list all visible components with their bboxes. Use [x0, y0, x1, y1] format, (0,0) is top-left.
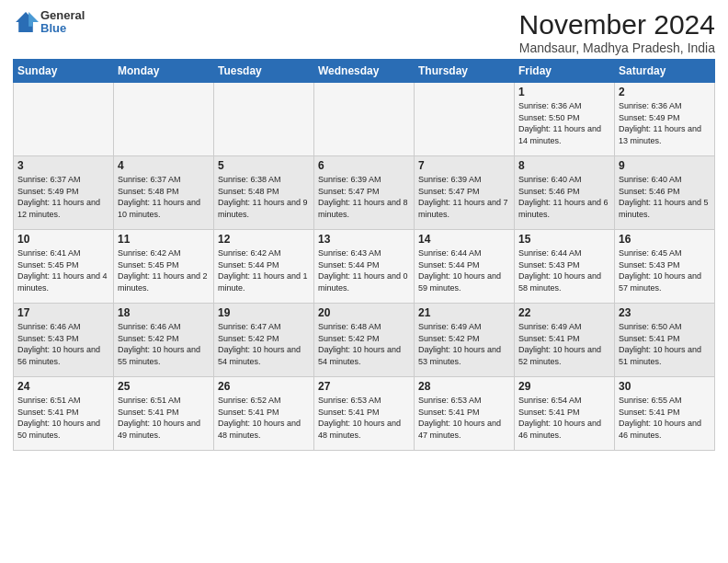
logo-blue-text: Blue: [40, 22, 85, 35]
header: General Blue November 2024 Mandsaur, Mad…: [13, 9, 715, 55]
day-cell: 4Sunrise: 6:37 AM Sunset: 5:48 PM Daylig…: [114, 156, 214, 230]
day-number: 5: [218, 159, 310, 172]
day-cell: 19Sunrise: 6:47 AM Sunset: 5:42 PM Dayli…: [214, 304, 314, 377]
day-cell: 29Sunrise: 6:54 AM Sunset: 5:41 PM Dayli…: [515, 377, 615, 451]
day-cell: 14Sunrise: 6:44 AM Sunset: 5:44 PM Dayli…: [415, 230, 515, 304]
day-number: 14: [418, 233, 510, 246]
day-number: 30: [619, 380, 711, 393]
day-cell: [314, 83, 415, 156]
day-info: Sunrise: 6:50 AM Sunset: 5:41 PM Dayligh…: [619, 321, 711, 367]
calendar-header: Sunday Monday Tuesday Wednesday Thursday…: [14, 60, 715, 83]
calendar-table: Sunday Monday Tuesday Wednesday Thursday…: [13, 59, 715, 451]
col-tuesday: Tuesday: [214, 60, 314, 83]
day-info: Sunrise: 6:40 AM Sunset: 5:46 PM Dayligh…: [619, 174, 711, 220]
day-cell: 28Sunrise: 6:53 AM Sunset: 5:41 PM Dayli…: [415, 377, 515, 451]
day-number: 16: [619, 233, 711, 246]
day-number: 11: [118, 233, 210, 246]
col-saturday: Saturday: [615, 60, 715, 83]
day-info: Sunrise: 6:51 AM Sunset: 5:41 PM Dayligh…: [17, 395, 109, 441]
title-section: November 2024 Mandsaur, Madhya Pradesh, …: [519, 9, 715, 55]
logo-text: General Blue: [40, 9, 85, 36]
day-number: 25: [118, 380, 210, 393]
day-cell: 25Sunrise: 6:51 AM Sunset: 5:41 PM Dayli…: [114, 377, 214, 451]
day-number: 12: [218, 233, 310, 246]
day-number: 18: [118, 306, 210, 319]
day-number: 21: [418, 306, 510, 319]
day-info: Sunrise: 6:45 AM Sunset: 5:43 PM Dayligh…: [619, 247, 711, 293]
day-cell: 21Sunrise: 6:49 AM Sunset: 5:42 PM Dayli…: [415, 304, 515, 377]
day-info: Sunrise: 6:55 AM Sunset: 5:41 PM Dayligh…: [619, 395, 711, 441]
day-number: 22: [518, 306, 610, 319]
day-cell: 9Sunrise: 6:40 AM Sunset: 5:46 PM Daylig…: [615, 156, 715, 230]
day-number: 4: [118, 159, 210, 172]
day-cell: 1Sunrise: 6:36 AM Sunset: 5:50 PM Daylig…: [515, 83, 615, 156]
day-number: 3: [17, 159, 109, 172]
day-info: Sunrise: 6:53 AM Sunset: 5:41 PM Dayligh…: [318, 395, 410, 441]
day-cell: 12Sunrise: 6:42 AM Sunset: 5:44 PM Dayli…: [214, 230, 314, 304]
day-info: Sunrise: 6:46 AM Sunset: 5:42 PM Dayligh…: [118, 321, 210, 367]
week-row-3: 10Sunrise: 6:41 AM Sunset: 5:45 PM Dayli…: [14, 230, 715, 304]
day-cell: [114, 83, 214, 156]
logo-general-text: General: [40, 9, 85, 22]
day-cell: 16Sunrise: 6:45 AM Sunset: 5:43 PM Dayli…: [615, 230, 715, 304]
day-cell: 30Sunrise: 6:55 AM Sunset: 5:41 PM Dayli…: [615, 377, 715, 451]
day-info: Sunrise: 6:54 AM Sunset: 5:41 PM Dayligh…: [518, 395, 610, 441]
day-info: Sunrise: 6:52 AM Sunset: 5:41 PM Dayligh…: [218, 395, 310, 441]
day-number: 24: [17, 380, 109, 393]
day-number: 2: [619, 86, 711, 98]
day-number: 27: [318, 380, 410, 393]
week-row-4: 17Sunrise: 6:46 AM Sunset: 5:43 PM Dayli…: [14, 304, 715, 377]
day-number: 15: [518, 233, 610, 246]
day-info: Sunrise: 6:49 AM Sunset: 5:41 PM Dayligh…: [518, 321, 610, 367]
day-cell: 8Sunrise: 6:40 AM Sunset: 5:46 PM Daylig…: [515, 156, 615, 230]
day-info: Sunrise: 6:39 AM Sunset: 5:47 PM Dayligh…: [418, 174, 510, 220]
day-number: 1: [518, 86, 610, 98]
day-cell: 6Sunrise: 6:39 AM Sunset: 5:47 PM Daylig…: [314, 156, 415, 230]
day-cell: 27Sunrise: 6:53 AM Sunset: 5:41 PM Dayli…: [314, 377, 415, 451]
col-thursday: Thursday: [415, 60, 515, 83]
day-number: 13: [318, 233, 410, 246]
day-info: Sunrise: 6:51 AM Sunset: 5:41 PM Dayligh…: [118, 395, 210, 441]
header-row: Sunday Monday Tuesday Wednesday Thursday…: [14, 60, 715, 83]
day-cell: 22Sunrise: 6:49 AM Sunset: 5:41 PM Dayli…: [515, 304, 615, 377]
day-info: Sunrise: 6:49 AM Sunset: 5:42 PM Dayligh…: [418, 321, 510, 367]
month-title: November 2024: [519, 9, 715, 40]
day-info: Sunrise: 6:39 AM Sunset: 5:47 PM Dayligh…: [318, 174, 410, 220]
day-number: 26: [218, 380, 310, 393]
day-info: Sunrise: 6:44 AM Sunset: 5:44 PM Dayligh…: [418, 247, 510, 293]
col-monday: Monday: [114, 60, 214, 83]
day-number: 29: [518, 380, 610, 393]
day-cell: 7Sunrise: 6:39 AM Sunset: 5:47 PM Daylig…: [415, 156, 515, 230]
week-row-5: 24Sunrise: 6:51 AM Sunset: 5:41 PM Dayli…: [14, 377, 715, 451]
day-info: Sunrise: 6:38 AM Sunset: 5:48 PM Dayligh…: [218, 174, 310, 220]
col-sunday: Sunday: [14, 60, 114, 83]
day-number: 7: [418, 159, 510, 172]
day-info: Sunrise: 6:40 AM Sunset: 5:46 PM Dayligh…: [518, 174, 610, 220]
day-number: 8: [518, 159, 610, 172]
day-info: Sunrise: 6:42 AM Sunset: 5:44 PM Dayligh…: [218, 247, 310, 293]
day-cell: 5Sunrise: 6:38 AM Sunset: 5:48 PM Daylig…: [214, 156, 314, 230]
logo-icon: [13, 9, 39, 35]
day-cell: 3Sunrise: 6:37 AM Sunset: 5:49 PM Daylig…: [14, 156, 114, 230]
day-info: Sunrise: 6:44 AM Sunset: 5:43 PM Dayligh…: [518, 247, 610, 293]
day-info: Sunrise: 6:53 AM Sunset: 5:41 PM Dayligh…: [418, 395, 510, 441]
day-cell: 20Sunrise: 6:48 AM Sunset: 5:42 PM Dayli…: [314, 304, 415, 377]
col-wednesday: Wednesday: [314, 60, 415, 83]
day-info: Sunrise: 6:42 AM Sunset: 5:45 PM Dayligh…: [118, 247, 210, 293]
day-number: 17: [17, 306, 109, 319]
day-cell: [14, 83, 114, 156]
logo: General Blue: [13, 9, 85, 36]
day-info: Sunrise: 6:43 AM Sunset: 5:44 PM Dayligh…: [318, 247, 410, 293]
day-cell: 23Sunrise: 6:50 AM Sunset: 5:41 PM Dayli…: [615, 304, 715, 377]
day-info: Sunrise: 6:36 AM Sunset: 5:50 PM Dayligh…: [518, 100, 610, 146]
day-cell: 13Sunrise: 6:43 AM Sunset: 5:44 PM Dayli…: [314, 230, 415, 304]
day-cell: [214, 83, 314, 156]
day-number: 10: [17, 233, 109, 246]
week-row-2: 3Sunrise: 6:37 AM Sunset: 5:49 PM Daylig…: [14, 156, 715, 230]
day-info: Sunrise: 6:36 AM Sunset: 5:49 PM Dayligh…: [619, 100, 711, 146]
calendar-body: 1Sunrise: 6:36 AM Sunset: 5:50 PM Daylig…: [14, 83, 715, 451]
subtitle: Mandsaur, Madhya Pradesh, India: [519, 40, 715, 55]
week-row-1: 1Sunrise: 6:36 AM Sunset: 5:50 PM Daylig…: [14, 83, 715, 156]
day-number: 28: [418, 380, 510, 393]
day-cell: 17Sunrise: 6:46 AM Sunset: 5:43 PM Dayli…: [14, 304, 114, 377]
